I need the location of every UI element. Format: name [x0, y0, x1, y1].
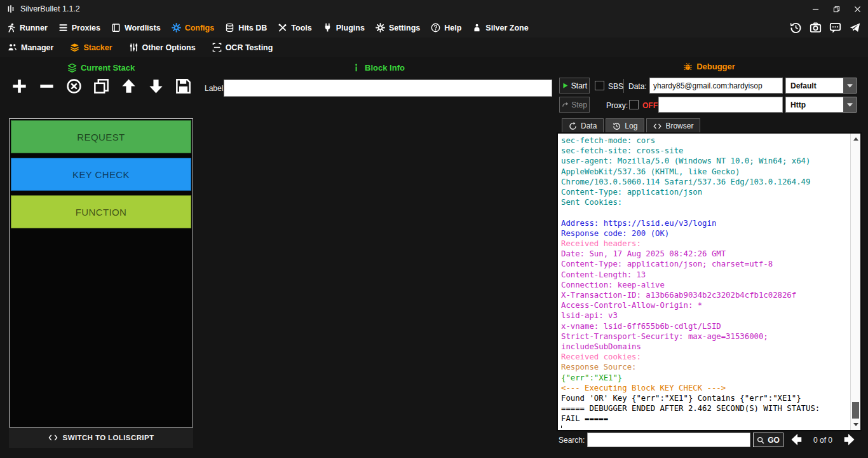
block-label-input[interactable] [224, 80, 552, 97]
remove-block-button[interactable] [37, 77, 55, 95]
scroll-down-button[interactable] [851, 420, 860, 429]
start-label: Start [571, 81, 587, 90]
log-panel: sec-fetch-mode: corssec-fetch-site: cros… [557, 132, 862, 431]
log-line: Date: Sun, 17 Aug 2025 08:42:26 GMT [561, 249, 847, 259]
stacker-icon [70, 43, 79, 52]
log-scrollbar[interactable] [850, 134, 860, 430]
menu-item-configs-label: Configs [185, 24, 215, 32]
log-line: AppleWebKit/537.36 (KHTML, like Gecko) [561, 167, 847, 177]
move-up-button[interactable] [119, 77, 137, 95]
clone-icon [93, 78, 109, 94]
data-label: Data: [628, 82, 647, 91]
menu-item-silver-zone-label: Silver Zone [485, 24, 528, 32]
subnav-item-manager[interactable]: Manager [8, 43, 53, 52]
stack-block-request[interactable]: REQUEST [11, 120, 191, 153]
tab-browser[interactable]: Browser [646, 118, 700, 133]
go-label: GO [768, 436, 780, 445]
scrollbar-thumb[interactable] [852, 402, 859, 419]
chevron-down-icon [847, 84, 853, 88]
menu-item-configs[interactable]: Configs [172, 23, 215, 32]
next-match-button[interactable] [841, 431, 858, 448]
add-block-button[interactable] [10, 77, 28, 95]
stack-block-key-check[interactable]: KEY CHECK [11, 158, 191, 191]
previous-match-button[interactable] [788, 431, 804, 448]
clear-stack-button[interactable] [65, 77, 83, 95]
search-label: Search: [559, 436, 585, 445]
clone-block-button[interactable] [92, 77, 110, 95]
history-button[interactable] [789, 21, 803, 35]
app-icon [6, 4, 15, 14]
subnav: ManagerStackerOther OptionsOCR Testing [0, 38, 868, 57]
menu-item-wordlists[interactable]: Wordlists [111, 23, 161, 32]
browser-tab-icon [653, 122, 661, 130]
stack-block-function[interactable]: FUNCTION [11, 195, 191, 228]
minimize-button[interactable] [805, 0, 826, 18]
log-tab-icon [613, 122, 621, 130]
menu-item-hits-db[interactable]: Hits DB [225, 23, 267, 32]
menu-item-tools-label: Tools [291, 24, 311, 32]
tab-data[interactable]: Data [562, 118, 604, 133]
block-info-header: Block Info [205, 62, 552, 73]
save-config-button[interactable] [174, 77, 192, 95]
text-caret [561, 426, 562, 428]
menu-item-tools[interactable]: Tools [278, 23, 311, 32]
debugger-title: Debugger [696, 62, 735, 71]
menu-item-help[interactable]: Help [431, 23, 461, 32]
menu-item-silver-zone[interactable]: Silver Zone [472, 23, 528, 32]
wordlist-type-select[interactable]: Default [785, 78, 857, 94]
go-button[interactable]: GO [753, 433, 783, 447]
menu-item-proxies[interactable]: Proxies [58, 23, 100, 32]
log-line: {"err":"XE1"} [561, 373, 847, 383]
sbs-checkbox[interactable] [595, 81, 604, 90]
tab-log[interactable]: Log [606, 118, 644, 133]
proxy-type-select[interactable]: Http [785, 97, 857, 113]
data-tab-icon [569, 122, 577, 130]
close-button[interactable] [847, 0, 868, 18]
debugger-header: Debugger [557, 60, 862, 72]
subnav-item-ocr-testing[interactable]: OCR Testing [212, 43, 273, 52]
proxy-checkbox[interactable] [629, 100, 639, 109]
wordlist-type-value: Default [786, 78, 843, 93]
stack-toolbar [10, 77, 192, 95]
start-button[interactable]: Start [559, 78, 590, 94]
step-button[interactable]: Step [559, 97, 590, 113]
code-icon [48, 434, 58, 441]
menu-item-runner[interactable]: Runner [6, 23, 48, 32]
titlebar: SilverBullet 1.1.2 [0, 0, 868, 18]
telegram-button[interactable] [848, 21, 862, 35]
stack-layers-icon [67, 63, 77, 73]
subnav-item-other-options[interactable]: Other Options [129, 43, 196, 52]
log-line: ===== DEBUGGER ENDED AFTER 2.462 SECOND(… [561, 403, 847, 413]
log-line: Chrome/103.0.5060.114 Safari/537.36 Edg/… [561, 177, 847, 187]
subnav-item-other-options-label: Other Options [142, 43, 196, 52]
stack-block-label: KEY CHECK [72, 169, 130, 180]
block-info-title: Block Info [365, 63, 405, 73]
search-input[interactable] [587, 433, 750, 447]
log-line: Content-Type: application/json [561, 187, 847, 197]
play-icon [562, 82, 569, 89]
log-line: Response code: 200 (OK) [561, 228, 847, 239]
plugins-icon [323, 23, 332, 32]
move-down-button[interactable] [147, 77, 165, 95]
menu-item-plugins[interactable]: Plugins [323, 23, 365, 32]
data-input[interactable] [649, 78, 783, 94]
proxies-icon [58, 23, 68, 32]
settings-icon [376, 23, 385, 32]
screenshot-button[interactable] [808, 21, 822, 35]
configs-icon [172, 23, 181, 32]
subnav-item-stacker[interactable]: Stacker [70, 43, 112, 52]
menu-item-settings[interactable]: Settings [376, 23, 420, 32]
dropdown-arrow [843, 78, 856, 93]
scroll-up-button[interactable] [851, 134, 860, 144]
save-icon [175, 78, 191, 94]
scroll-up-icon [853, 137, 858, 141]
silverzone-icon [472, 23, 482, 32]
window-controls [805, 0, 868, 18]
proxy-input[interactable] [658, 97, 783, 113]
log-output[interactable]: sec-fetch-mode: corssec-fetch-site: cros… [561, 135, 847, 428]
chat-button[interactable] [828, 21, 842, 35]
current-stack-header: Current Stack [9, 62, 193, 73]
switch-to-loliscript-button[interactable]: SWITCH TO LOLISCRIPT [9, 427, 193, 448]
maximize-button[interactable] [826, 0, 847, 18]
telegram-icon [849, 22, 861, 34]
